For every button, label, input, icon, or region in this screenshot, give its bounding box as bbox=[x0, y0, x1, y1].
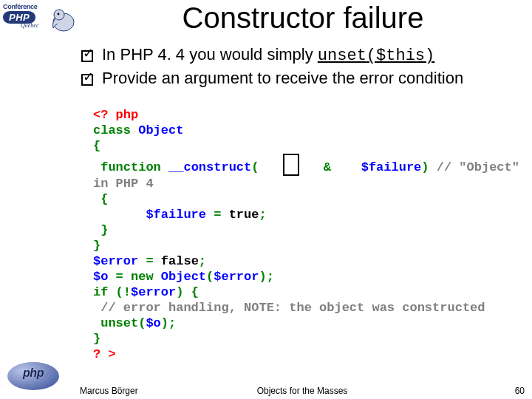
page-number: 60 bbox=[515, 386, 525, 396]
bullet-item: Provide an argument to receive the error… bbox=[81, 68, 525, 89]
bullet-text: In PHP 4. 4 you would simply unset($this… bbox=[102, 44, 434, 66]
elephant-mascot-icon bbox=[49, 4, 78, 34]
boxed-glyph-icon bbox=[283, 154, 299, 176]
checkmark-icon bbox=[81, 44, 102, 65]
sidebar: Conférence PHP Québec php bbox=[0, 0, 78, 399]
conference-logo: Conférence PHP Québec bbox=[3, 3, 77, 47]
php-logo-text: php bbox=[7, 366, 59, 380]
bullet-list: In PHP 4. 4 you would simply unset($this… bbox=[81, 44, 525, 90]
page-title: Constructor failure bbox=[81, 1, 525, 35]
bullet-item: In PHP 4. 4 you would simply unset($this… bbox=[81, 44, 525, 66]
svg-point-2 bbox=[58, 13, 60, 16]
footer-title: Objects for the Masses bbox=[80, 386, 525, 396]
code-block: <? php class Object { function __constru… bbox=[93, 107, 523, 362]
php-logo-bottom: php bbox=[7, 362, 59, 393]
checkmark-icon bbox=[81, 68, 102, 89]
bullet-text: Provide an argument to receive the error… bbox=[102, 68, 463, 89]
